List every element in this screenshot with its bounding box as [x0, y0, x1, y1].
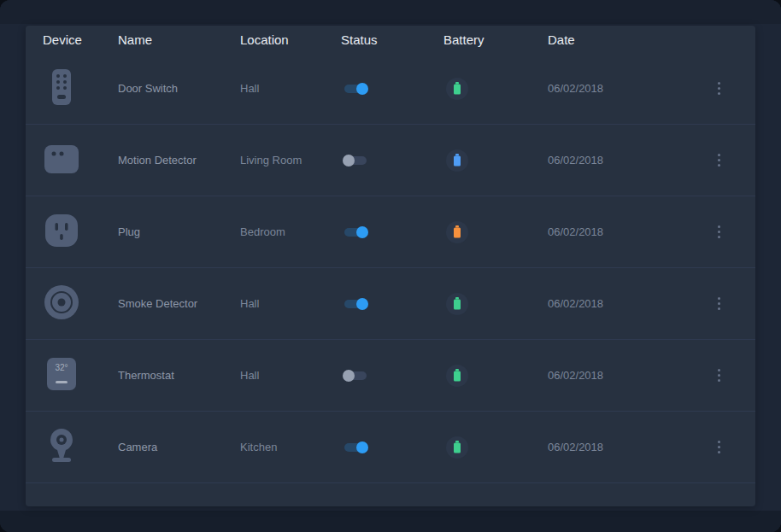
remote-icon: [43, 96, 80, 108]
thermostat-temp-label: 32°: [55, 363, 68, 372]
status-toggle[interactable]: [344, 371, 367, 380]
device-date: 06/02/2018: [548, 154, 700, 167]
kebab-menu-icon[interactable]: [711, 293, 727, 314]
column-header-battery: Battery: [443, 32, 548, 47]
device-date: 06/02/2018: [548, 82, 700, 95]
battery-indicator: [446, 149, 468, 172]
status-toggle[interactable]: [344, 228, 367, 237]
device-name: Door Switch: [118, 82, 240, 95]
kebab-menu-icon[interactable]: [711, 365, 727, 386]
battery-icon: [453, 297, 461, 310]
table-row: Motion Detector Living Room 06/02/2018: [26, 125, 755, 196]
device-date: 06/02/2018: [548, 441, 700, 453]
toggle-knob: [356, 441, 368, 453]
table-row: Plug Bedroom 06/02/2018: [26, 196, 755, 268]
battery-icon: [453, 82, 461, 95]
toggle-knob: [356, 83, 368, 95]
battery-icon: [453, 225, 461, 238]
column-header-date: Date: [548, 32, 700, 47]
battery-indicator: [446, 221, 468, 243]
device-location: Hall: [240, 82, 341, 95]
column-header-device: Device: [43, 32, 118, 47]
motion-detector-icon: [43, 167, 80, 180]
table-header: Device Name Location Status Battery Date: [26, 26, 755, 53]
device-name: Camera: [118, 441, 240, 453]
kebab-menu-icon[interactable]: [711, 436, 727, 458]
battery-indicator: [446, 365, 468, 387]
plug-icon: [43, 239, 80, 252]
app-background: Device Name Location Status Battery Date: [0, 0, 781, 532]
table-row: Door Switch Hall 06/02/2018: [26, 53, 755, 125]
window-bottom-bar: [0, 511, 781, 532]
table-row: 32° Thermostat Hall: [26, 340, 755, 412]
status-toggle[interactable]: [344, 443, 367, 452]
column-header-location: Location: [240, 32, 341, 47]
device-name: Smoke Detector: [118, 297, 240, 310]
status-toggle[interactable]: [344, 85, 367, 93]
status-toggle[interactable]: [344, 156, 367, 165]
toggle-knob: [343, 155, 355, 167]
device-location: Hall: [240, 297, 341, 310]
table-row: Camera Kitchen 06/02/2018: [26, 412, 755, 483]
device-name: Thermostat: [118, 369, 240, 382]
toggle-knob: [343, 370, 355, 382]
device-location: Kitchen: [240, 441, 341, 453]
thermostat-icon: 32°: [43, 383, 80, 395]
kebab-menu-icon[interactable]: [711, 221, 727, 243]
device-name: Motion Detector: [118, 154, 240, 167]
column-header-status: Status: [341, 32, 443, 47]
battery-indicator: [446, 78, 468, 100]
battery-icon: [453, 369, 461, 382]
toggle-knob: [356, 226, 368, 238]
device-date: 06/02/2018: [548, 225, 700, 238]
device-location: Bedroom: [240, 225, 341, 238]
kebab-menu-icon[interactable]: [711, 149, 727, 171]
device-date: 06/02/2018: [548, 369, 700, 382]
device-table-card: Device Name Location Status Battery Date: [26, 26, 755, 506]
device-name: Plug: [118, 225, 240, 238]
camera-icon: [43, 454, 80, 467]
column-header-name: Name: [118, 32, 240, 47]
device-location: Living Room: [240, 154, 341, 167]
device-date: 06/02/2018: [548, 297, 700, 310]
battery-icon: [453, 441, 461, 453]
status-toggle[interactable]: [344, 300, 367, 308]
window-top-bar: [0, 0, 781, 24]
table-row: Smoke Detector Hall 06/02/2018: [26, 268, 755, 340]
device-location: Hall: [240, 369, 341, 382]
kebab-menu-icon[interactable]: [711, 78, 727, 99]
battery-icon: [453, 154, 461, 167]
smoke-detector-icon: [43, 311, 80, 324]
battery-indicator: [446, 436, 468, 459]
toggle-knob: [356, 298, 368, 310]
battery-indicator: [446, 293, 468, 315]
